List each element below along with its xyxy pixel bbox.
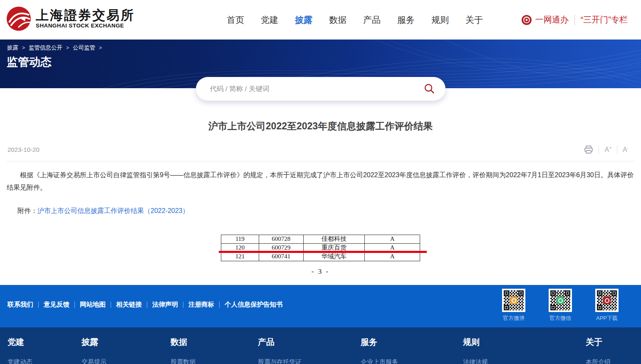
logo-text-en: SHANGHAI STOCK EXCHANGE — [36, 22, 135, 29]
nav-item-rules[interactable]: 规则 — [431, 14, 449, 26]
qr-code-image — [549, 289, 572, 312]
qr-wechat: 官方微信 — [549, 289, 572, 322]
document-table-image: 119 600728 佳都科技 A 120 600729 重庆百货 A 121 … — [221, 235, 420, 261]
breadcrumb-item-company-supervision[interactable]: 公司监管 — [73, 44, 95, 52]
footer-top: 联系我们 意见反馈 网站地图 相关链接 法律声明 注册商标 个人信息保护告知书 … — [0, 285, 641, 327]
footer-link-feedback[interactable]: 意见反馈 — [44, 300, 69, 309]
footer-col-item[interactable]: 党建动态 — [7, 358, 32, 364]
skm-link[interactable]: “三开门”专栏 — [581, 14, 628, 25]
nav-item-services[interactable]: 服务 — [397, 14, 415, 26]
nav-item-about[interactable]: 关于 — [465, 14, 483, 26]
footer-link-separator — [147, 302, 147, 308]
breadcrumb-item-disclosure[interactable]: 披露 — [7, 44, 18, 52]
sse-logo-text: 上海證券交易所 SHANGHAI STOCK EXCHANGE — [36, 9, 135, 29]
cell-grade: A — [365, 252, 420, 261]
page: 上海證券交易所 SHANGHAI STOCK EXCHANGE 首页 党建 披露… — [0, 0, 641, 364]
footer-link-related[interactable]: 相关链接 — [116, 300, 142, 309]
search-icon — [423, 83, 435, 94]
footer-link-separator — [111, 302, 111, 308]
sse-logo-icon — [6, 6, 32, 32]
tools-divider — [599, 146, 599, 154]
red-highlight-underline — [219, 251, 427, 253]
cell-grade: A — [365, 235, 420, 243]
attachment-row: 附件：沪市上市公司信息披露工作评价结果（2022-2023） — [17, 207, 634, 215]
ywtb-label: 一网通办 — [535, 14, 569, 25]
article-main: 沪市上市公司2022至2023年度信息披露工作评价结果 2023-10-20 A… — [0, 120, 641, 276]
footer-link-separator — [74, 302, 75, 308]
qr-label: 官方微博 — [502, 314, 525, 322]
footer-col-item[interactable]: 股票数据 — [171, 358, 196, 364]
font-decrease-button[interactable]: A- — [623, 146, 629, 154]
cell-row-number: 119 — [221, 235, 259, 243]
quick-links-divider — [574, 15, 575, 25]
footer-col-item[interactable]: 企业上市服务 — [361, 358, 398, 364]
page-banner: 披露 > 监管信息公开 > 公司监管 > 监管动态 — [0, 40, 641, 88]
breadcrumb-separator: > — [66, 45, 69, 51]
article-divider — [7, 161, 634, 161]
footer-col-title[interactable]: 关于 — [586, 337, 602, 348]
footer-links: 联系我们 意见反馈 网站地图 相关链接 法律声明 注册商标 个人信息保护告知书 — [7, 300, 283, 309]
cell-row-number: 121 — [221, 252, 259, 261]
footer-col-title[interactable]: 党建 — [7, 337, 24, 348]
header: 上海證券交易所 SHANGHAI STOCK EXCHANGE 首页 党建 披露… — [0, 0, 641, 40]
cell-stock-code: 600741 — [259, 252, 303, 261]
search-input[interactable] — [210, 85, 423, 93]
nav-item-data[interactable]: 数据 — [329, 14, 346, 26]
article-tools: A+ A- — [584, 145, 629, 154]
search-bar — [196, 77, 445, 101]
footer-link-contact[interactable]: 联系我们 — [7, 300, 33, 309]
article-title: 沪市上市公司2022至2023年度信息披露工作评价结果 — [0, 120, 641, 133]
nav-item-party[interactable]: 党建 — [261, 14, 278, 26]
table-row: 121 600741 华域汽车 A — [221, 252, 420, 261]
qr-label: APP下载 — [595, 314, 619, 322]
footer-link-trademark[interactable]: 注册商标 — [188, 300, 214, 309]
sse-app-icon — [603, 297, 611, 304]
article-paragraph: 根据《上海证券交易所上市公司自律监管指引第9号——信息披露工作评价》的规定，本所… — [7, 169, 634, 194]
qr-code-image — [502, 289, 525, 312]
footer-link-separator — [183, 302, 183, 308]
table-row: 119 600728 佳都科技 A — [221, 235, 420, 243]
qr-label: 官方微信 — [549, 314, 572, 322]
footer-col-title[interactable]: 披露 — [82, 337, 98, 348]
cell-company-name: 佳都科技 — [303, 235, 365, 243]
footer-col-item[interactable]: 交易提示 — [82, 358, 106, 364]
footer-bottom: 党建 党建动态 披露 交易提示 数据 股票数据 产品 股票与存托凭证 服务 企业… — [0, 327, 641, 364]
attachment-label: 附件： — [17, 207, 37, 214]
qr-app-download: APP下载 — [595, 289, 619, 322]
ywtb-link[interactable]: 一网通办 — [521, 14, 569, 25]
wechat-icon — [557, 297, 564, 304]
nav-item-home[interactable]: 首页 — [227, 14, 244, 26]
footer-link-privacy-notice[interactable]: 个人信息保护告知书 — [225, 300, 283, 309]
article-meta-row: 2023-10-20 A+ A- — [7, 145, 629, 156]
footer-col-title[interactable]: 服务 — [361, 337, 377, 348]
cell-company-name: 华域汽车 — [303, 252, 365, 261]
breadcrumb-separator: > — [99, 45, 102, 51]
font-increase-button[interactable]: A+ — [604, 146, 611, 154]
footer-link-separator — [219, 302, 220, 308]
footer-col-title[interactable]: 规则 — [463, 337, 480, 348]
page-title: 监管动态 — [7, 54, 52, 69]
qr-code-image — [595, 289, 619, 312]
breadcrumb-item-regulatory-info[interactable]: 监管信息公开 — [29, 44, 62, 52]
tools-divider — [617, 146, 617, 154]
footer-link-sitemap[interactable]: 网站地图 — [80, 300, 106, 309]
sse-logo[interactable]: 上海證券交易所 SHANGHAI STOCK EXCHANGE — [6, 6, 135, 32]
search-button[interactable] — [423, 83, 436, 95]
footer-col-item[interactable]: 本所介绍 — [586, 358, 611, 364]
nav-item-products[interactable]: 产品 — [363, 14, 381, 26]
header-quick-links: 一网通办 “三开门”专栏 — [521, 0, 628, 40]
ywtb-icon — [521, 15, 532, 25]
print-icon[interactable] — [584, 145, 593, 154]
footer-link-legal[interactable]: 法律声明 — [152, 300, 178, 309]
cell-stock-code: 600728 — [259, 235, 303, 243]
footer-col-title[interactable]: 数据 — [171, 337, 187, 348]
qr-weibo: 官方微博 — [502, 289, 525, 322]
footer-link-separator — [38, 302, 39, 308]
breadcrumb: 披露 > 监管信息公开 > 公司监管 > — [7, 44, 102, 52]
footer-col-item[interactable]: 股票与存托凭证 — [258, 358, 302, 364]
nav-item-disclosure[interactable]: 披露 — [295, 14, 312, 26]
footer-col-item[interactable]: 法律法规 — [463, 358, 488, 364]
footer-col-title[interactable]: 产品 — [258, 337, 275, 348]
breadcrumb-separator: > — [22, 45, 25, 51]
attachment-link[interactable]: 沪市上市公司信息披露工作评价结果（2022-2023） — [37, 207, 189, 214]
